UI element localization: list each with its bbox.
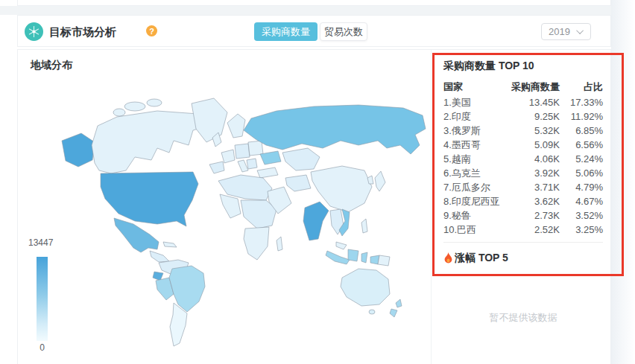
empty-state-text: 暂不提供该数据 — [443, 311, 603, 325]
module-icon — [25, 22, 43, 41]
map-country-australia[interactable] — [341, 269, 390, 306]
table-row: 1.美国 13.45K 17.33% — [443, 95, 603, 109]
map-country-turkey[interactable] — [257, 167, 278, 178]
row-share: 5.06% — [560, 167, 603, 179]
page-edge-shade — [611, 0, 635, 364]
row-country: 8.印度尼西亚 — [443, 195, 505, 208]
map-region-west-africa[interactable] — [220, 194, 241, 218]
row-value: 13.45K — [505, 97, 560, 108]
map-country-kazakhstan[interactable] — [282, 148, 320, 170]
row-share: 3.25% — [560, 224, 603, 235]
row-country: 5.越南 — [443, 153, 505, 166]
top10-panel: 采购商数量 TOP 10 国家 采购商数量 占比 1.美国 13.45K 17.… — [432, 50, 612, 364]
snowflake-icon — [28, 25, 40, 38]
map-arctic-islands — [124, 102, 145, 111]
map-country-india[interactable] — [303, 202, 329, 240]
map-region-central-america[interactable] — [150, 251, 169, 262]
top10-table-header: 国家 采购商数量 占比 — [443, 80, 603, 93]
map-country-france[interactable] — [221, 150, 235, 163]
map-country-russia[interactable] — [244, 105, 426, 154]
previous-panel-edge — [17, 0, 611, 6]
row-value: 5.09K — [505, 139, 560, 150]
map-country-greenland[interactable] — [192, 98, 227, 142]
map-country-philippines[interactable] — [361, 219, 367, 233]
table-row: 10.巴西 2.52K 3.25% — [443, 223, 603, 237]
table-row: 8.印度尼西亚 3.62K 4.67% — [443, 194, 603, 208]
map-country-usa[interactable] — [101, 172, 198, 226]
row-country: 7.厄瓜多尔 — [443, 181, 505, 194]
col-value: 采购商数量 — [505, 80, 560, 94]
table-row: 2.印度 9.25K 11.92% — [443, 109, 603, 124]
map-region-iberia[interactable] — [209, 162, 224, 173]
row-country: 6.乌克兰 — [443, 167, 505, 180]
year-dropdown-value: 2019 — [549, 26, 570, 37]
map-region-eastern-europe[interactable] — [248, 141, 263, 156]
row-country: 3.俄罗斯 — [443, 124, 505, 138]
row-country: 10.巴西 — [443, 223, 505, 237]
legend-min-label: 0 — [37, 342, 48, 353]
map-country-indonesia[interactable] — [326, 251, 350, 264]
growth-section-title: 涨幅 TOP 5 — [443, 252, 603, 265]
map-country-new-zealand[interactable] — [390, 309, 397, 317]
col-country: 国家 — [443, 80, 505, 94]
panel-gap — [0, 6, 635, 15]
row-value: 3.62K — [505, 196, 560, 207]
map-country-canada[interactable] — [92, 111, 203, 173]
row-share: 5.24% — [560, 153, 603, 165]
map-country-indonesia[interactable] — [361, 252, 367, 263]
map-country-cuba[interactable] — [163, 242, 177, 247]
row-share: 4.79% — [560, 182, 603, 193]
row-value: 5.32K — [505, 125, 560, 136]
row-value: 3.71K — [505, 182, 560, 193]
map-region-southern-africa[interactable] — [244, 227, 269, 260]
table-row: 6.乌克兰 3.92K 5.06% — [443, 166, 603, 180]
row-country: 1.美国 — [443, 96, 505, 109]
top10-title: 采购商数量 TOP 10 — [443, 60, 603, 73]
row-value: 4.06K — [505, 153, 560, 165]
table-row: 7.厄瓜多尔 3.71K 4.79% — [443, 180, 603, 194]
year-dropdown[interactable]: 2019 — [541, 23, 591, 40]
row-country: 9.秘鲁 — [443, 209, 505, 223]
map-country-papua-new-guinea[interactable] — [378, 255, 390, 266]
map-region-scandinavia[interactable] — [227, 114, 245, 138]
row-value: 3.92K — [505, 167, 560, 179]
chevron-down-icon — [576, 27, 584, 34]
row-country: 2.印度 — [443, 110, 505, 124]
table-row: 9.秘鲁 2.73K 3.52% — [443, 208, 603, 223]
table-row: 3.俄罗斯 5.32K 6.85% — [443, 124, 603, 138]
map-country-italy[interactable] — [238, 160, 248, 172]
map-country-japan[interactable] — [375, 171, 385, 191]
map-country-alaska[interactable] — [62, 133, 95, 167]
table-row: 4.墨西哥 5.09K 6.56% — [443, 138, 603, 152]
row-share: 6.85% — [560, 125, 603, 136]
tab-trade-count[interactable]: 贸易次数 — [320, 22, 367, 41]
map-arctic-islands — [113, 109, 125, 116]
page-title: 目标市场分析 — [49, 25, 116, 39]
map-country-new-zealand[interactable] — [396, 299, 402, 307]
col-share: 占比 — [560, 80, 603, 94]
world-map — [45, 83, 433, 352]
help-icon[interactable]: ? — [146, 25, 157, 36]
map-region-central-europe[interactable] — [235, 144, 250, 159]
row-value: 9.25K — [505, 111, 560, 122]
row-share: 11.92% — [560, 111, 603, 122]
row-value: 2.73K — [505, 210, 560, 221]
row-share: 3.52% — [560, 210, 603, 221]
top10-rows: 1.美国 13.45K 17.33% 2.印度 9.25K 11.92% 3.俄… — [443, 95, 603, 237]
map-section-title: 地域分布 — [31, 59, 72, 72]
map-country-ukraine[interactable] — [260, 151, 281, 165]
map-country-indonesia[interactable] — [348, 249, 358, 261]
map-region-iran[interactable] — [285, 175, 311, 191]
tab-buyer-count[interactable]: 采购商数量 — [254, 22, 318, 41]
map-region-malaysia[interactable] — [336, 242, 347, 249]
row-share: 4.67% — [560, 196, 603, 207]
header-panel: 目标市场分析 ? 采购商数量 贸易次数 2019 — [17, 15, 611, 47]
table-row: 5.越南 4.06K 5.24% — [443, 152, 603, 166]
map-country-madagascar[interactable] — [277, 237, 282, 251]
map-arctic-islands — [147, 99, 162, 106]
map-region-tasmania[interactable] — [369, 310, 375, 314]
metric-tabs: 采购商数量 贸易次数 — [254, 22, 367, 41]
dashboard-page: 目标市场分析 ? 采购商数量 贸易次数 2019 地域分布 — [0, 0, 635, 364]
map-region-balkans[interactable] — [247, 159, 257, 169]
section-divider — [443, 242, 603, 243]
